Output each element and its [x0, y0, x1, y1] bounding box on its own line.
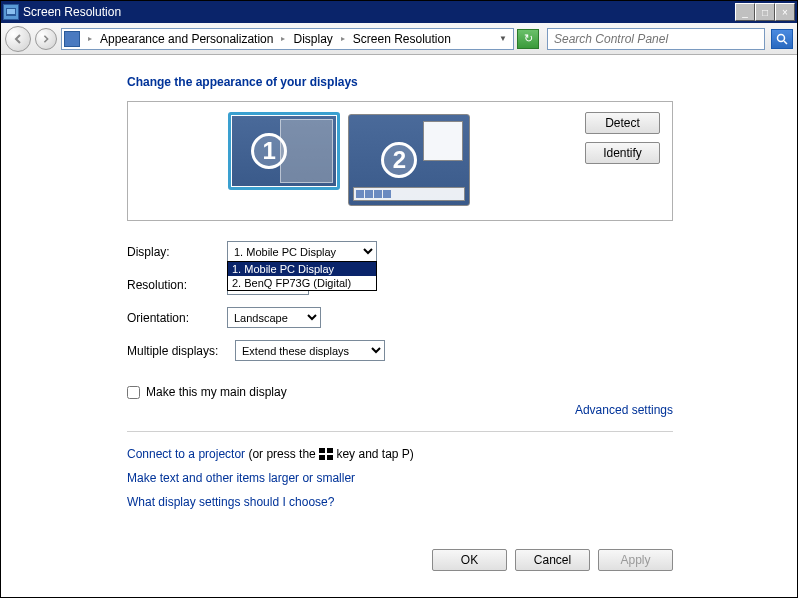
titlebar: Screen Resolution _ □ × [1, 1, 797, 23]
search-box[interactable] [547, 28, 765, 50]
search-input[interactable] [548, 32, 764, 46]
refresh-button[interactable]: ↻ [517, 29, 539, 49]
help-link[interactable]: What display settings should I choose? [127, 495, 334, 509]
text-size-link[interactable]: Make text and other items larger or smal… [127, 471, 355, 485]
navbar: ▸ Appearance and Personalization ▸ Displ… [1, 23, 797, 55]
orientation-select[interactable]: Landscape [227, 307, 321, 328]
close-button[interactable]: × [775, 3, 795, 21]
resolution-label: Resolution: [127, 278, 227, 292]
detect-button[interactable]: Detect [585, 112, 660, 134]
address-dropdown-icon[interactable]: ▼ [495, 34, 511, 43]
display-select[interactable]: 1. Mobile PC Display [227, 241, 377, 262]
monitor-number: 1 [251, 133, 287, 169]
display-label: Display: [127, 245, 227, 259]
cancel-button[interactable]: Cancel [515, 549, 590, 571]
display-option-1[interactable]: 1. Mobile PC Display [228, 262, 376, 276]
chevron-right-icon: ▸ [84, 34, 96, 43]
windows-key-icon [319, 448, 333, 460]
breadcrumb-1[interactable]: Appearance and Personalization [100, 32, 273, 46]
separator [127, 431, 673, 432]
orientation-label: Orientation: [127, 311, 227, 325]
display-arrangement-box[interactable]: 1 2 Detect Identify [127, 101, 673, 221]
projector-hint-post: key and tap P) [333, 447, 414, 461]
back-button[interactable] [5, 26, 31, 52]
forward-button[interactable] [35, 28, 57, 50]
multiple-displays-select[interactable]: Extend these displays [235, 340, 385, 361]
monitor-number: 2 [381, 142, 417, 178]
search-button[interactable] [771, 29, 793, 49]
main-display-label: Make this my main display [146, 385, 287, 399]
breadcrumb-2[interactable]: Display [293, 32, 332, 46]
multiple-displays-label: Multiple displays: [127, 344, 235, 358]
app-icon [3, 4, 19, 20]
main-display-checkbox[interactable] [127, 386, 140, 399]
chevron-right-icon: ▸ [277, 34, 289, 43]
svg-line-3 [784, 41, 787, 44]
apply-button[interactable]: Apply [598, 549, 673, 571]
window-title: Screen Resolution [23, 5, 735, 19]
projector-link[interactable]: Connect to a projector [127, 447, 245, 461]
svg-point-2 [778, 34, 785, 41]
svg-rect-1 [7, 9, 15, 14]
display-dropdown-list: 1. Mobile PC Display 2. BenQ FP73G (Digi… [227, 261, 377, 291]
advanced-settings-link[interactable]: Advanced settings [575, 403, 673, 417]
identify-button[interactable]: Identify [585, 142, 660, 164]
monitor-2[interactable]: 2 [348, 114, 470, 206]
ok-button[interactable]: OK [432, 549, 507, 571]
breadcrumb-3[interactable]: Screen Resolution [353, 32, 451, 46]
minimize-button[interactable]: _ [735, 3, 755, 21]
maximize-button[interactable]: □ [755, 3, 775, 21]
monitor-1[interactable]: 1 [228, 112, 340, 190]
display-option-2[interactable]: 2. BenQ FP73G (Digital) [228, 276, 376, 290]
chevron-right-icon: ▸ [337, 34, 349, 43]
monitor-icon [64, 31, 80, 47]
projector-hint-pre: (or press the [245, 447, 319, 461]
page-heading: Change the appearance of your displays [127, 75, 797, 89]
address-bar[interactable]: ▸ Appearance and Personalization ▸ Displ… [61, 28, 514, 50]
